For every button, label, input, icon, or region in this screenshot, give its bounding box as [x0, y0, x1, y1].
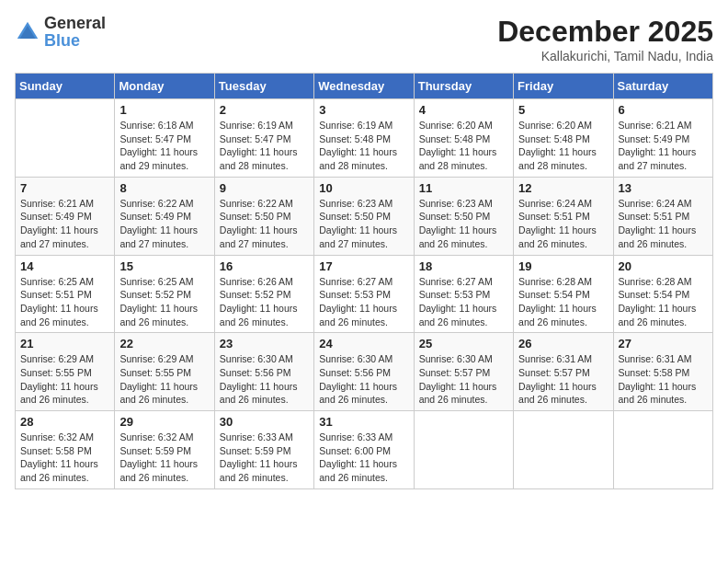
- day-number: 30: [220, 415, 309, 429]
- calendar-cell: 25Sunrise: 6:30 AM Sunset: 5:57 PM Dayli…: [414, 333, 513, 411]
- day-info: Sunrise: 6:32 AM Sunset: 5:58 PM Dayligh…: [20, 431, 109, 485]
- calendar-cell: 21Sunrise: 6:29 AM Sunset: 5:55 PM Dayli…: [16, 333, 115, 411]
- day-info: Sunrise: 6:31 AM Sunset: 5:58 PM Dayligh…: [619, 352, 708, 407]
- calendar-cell: 10Sunrise: 6:23 AM Sunset: 5:50 PM Dayli…: [314, 177, 414, 255]
- day-info: Sunrise: 6:23 AM Sunset: 5:50 PM Dayligh…: [419, 197, 508, 251]
- column-header-sunday: Sunday: [16, 74, 115, 99]
- calendar-cell: [514, 411, 613, 489]
- calendar-table: SundayMondayTuesdayWednesdayThursdayFrid…: [15, 73, 713, 489]
- day-info: Sunrise: 6:24 AM Sunset: 5:51 PM Dayligh…: [518, 197, 608, 251]
- day-info: Sunrise: 6:25 AM Sunset: 5:52 PM Dayligh…: [119, 275, 209, 329]
- page-header: General Blue December 2025 Kallakurichi,…: [15, 15, 713, 63]
- day-info: Sunrise: 6:23 AM Sunset: 5:50 PM Dayligh…: [319, 197, 408, 251]
- calendar-cell: 29Sunrise: 6:32 AM Sunset: 5:59 PM Dayli…: [115, 411, 214, 489]
- calendar-cell: 8Sunrise: 6:22 AM Sunset: 5:49 PM Daylig…: [115, 177, 214, 255]
- day-info: Sunrise: 6:27 AM Sunset: 5:53 PM Dayligh…: [419, 275, 508, 329]
- calendar-cell: 11Sunrise: 6:23 AM Sunset: 5:50 PM Dayli…: [414, 177, 513, 255]
- calendar-cell: [613, 411, 712, 489]
- day-info: Sunrise: 6:31 AM Sunset: 5:57 PM Dayligh…: [518, 352, 608, 407]
- calendar-week-row: 21Sunrise: 6:29 AM Sunset: 5:55 PM Dayli…: [16, 333, 713, 411]
- day-info: Sunrise: 6:18 AM Sunset: 5:47 PM Dayligh…: [119, 119, 209, 173]
- day-number: 28: [20, 415, 109, 429]
- calendar-week-row: 14Sunrise: 6:25 AM Sunset: 5:51 PM Dayli…: [16, 255, 713, 333]
- day-info: Sunrise: 6:30 AM Sunset: 5:56 PM Dayligh…: [220, 352, 309, 407]
- day-info: Sunrise: 6:28 AM Sunset: 5:54 PM Dayligh…: [518, 275, 608, 329]
- calendar-body: 1Sunrise: 6:18 AM Sunset: 5:47 PM Daylig…: [16, 99, 713, 489]
- calendar-week-row: 1Sunrise: 6:18 AM Sunset: 5:47 PM Daylig…: [16, 99, 713, 178]
- day-info: Sunrise: 6:27 AM Sunset: 5:53 PM Dayligh…: [319, 275, 408, 329]
- day-info: Sunrise: 6:25 AM Sunset: 5:51 PM Dayligh…: [20, 275, 109, 329]
- calendar-cell: 16Sunrise: 6:26 AM Sunset: 5:52 PM Dayli…: [214, 255, 313, 333]
- day-number: 12: [518, 181, 608, 195]
- calendar-cell: 17Sunrise: 6:27 AM Sunset: 5:53 PM Dayli…: [314, 255, 414, 333]
- calendar-cell: 7Sunrise: 6:21 AM Sunset: 5:49 PM Daylig…: [16, 177, 115, 255]
- calendar-cell: 28Sunrise: 6:32 AM Sunset: 5:58 PM Dayli…: [16, 411, 115, 489]
- day-info: Sunrise: 6:20 AM Sunset: 5:48 PM Dayligh…: [518, 119, 608, 173]
- column-header-friday: Friday: [514, 74, 613, 99]
- day-number: 27: [619, 337, 708, 350]
- day-number: 19: [518, 259, 608, 273]
- calendar-cell: 15Sunrise: 6:25 AM Sunset: 5:52 PM Dayli…: [115, 255, 214, 333]
- day-info: Sunrise: 6:29 AM Sunset: 5:55 PM Dayligh…: [119, 352, 209, 407]
- calendar-cell: 13Sunrise: 6:24 AM Sunset: 5:51 PM Dayli…: [613, 177, 712, 255]
- day-number: 26: [518, 337, 608, 350]
- day-number: 13: [619, 181, 708, 195]
- calendar-cell: 31Sunrise: 6:33 AM Sunset: 6:00 PM Dayli…: [314, 411, 414, 489]
- logo: General Blue: [15, 15, 106, 50]
- calendar-cell: 6Sunrise: 6:21 AM Sunset: 5:49 PM Daylig…: [613, 99, 712, 178]
- day-info: Sunrise: 6:22 AM Sunset: 5:49 PM Dayligh…: [119, 197, 209, 251]
- day-number: 31: [319, 415, 408, 429]
- day-info: Sunrise: 6:20 AM Sunset: 5:48 PM Dayligh…: [419, 119, 508, 173]
- day-info: Sunrise: 6:21 AM Sunset: 5:49 PM Dayligh…: [20, 197, 109, 251]
- day-info: Sunrise: 6:29 AM Sunset: 5:55 PM Dayligh…: [20, 352, 109, 407]
- day-number: 24: [319, 337, 408, 350]
- calendar-cell: 19Sunrise: 6:28 AM Sunset: 5:54 PM Dayli…: [514, 255, 613, 333]
- calendar-cell: 9Sunrise: 6:22 AM Sunset: 5:50 PM Daylig…: [214, 177, 313, 255]
- calendar-cell: 24Sunrise: 6:30 AM Sunset: 5:56 PM Dayli…: [314, 333, 414, 411]
- day-info: Sunrise: 6:22 AM Sunset: 5:50 PM Dayligh…: [220, 197, 309, 251]
- day-number: 16: [220, 259, 309, 273]
- day-number: 5: [518, 103, 608, 117]
- day-info: Sunrise: 6:24 AM Sunset: 5:51 PM Dayligh…: [619, 197, 708, 251]
- day-info: Sunrise: 6:26 AM Sunset: 5:52 PM Dayligh…: [220, 275, 309, 329]
- day-info: Sunrise: 6:32 AM Sunset: 5:59 PM Dayligh…: [119, 431, 209, 485]
- day-number: 22: [119, 337, 209, 350]
- column-header-tuesday: Tuesday: [214, 74, 313, 99]
- day-info: Sunrise: 6:30 AM Sunset: 5:57 PM Dayligh…: [419, 352, 508, 407]
- calendar-cell: [16, 99, 115, 178]
- calendar-cell: 1Sunrise: 6:18 AM Sunset: 5:47 PM Daylig…: [115, 99, 214, 178]
- day-number: 8: [119, 181, 209, 195]
- calendar-header-row: SundayMondayTuesdayWednesdayThursdayFrid…: [16, 74, 713, 99]
- calendar-cell: 3Sunrise: 6:19 AM Sunset: 5:48 PM Daylig…: [314, 99, 414, 178]
- day-number: 18: [419, 259, 508, 273]
- day-number: 29: [119, 415, 209, 429]
- calendar-cell: 27Sunrise: 6:31 AM Sunset: 5:58 PM Dayli…: [613, 333, 712, 411]
- calendar-cell: 23Sunrise: 6:30 AM Sunset: 5:56 PM Dayli…: [214, 333, 313, 411]
- calendar-cell: 12Sunrise: 6:24 AM Sunset: 5:51 PM Dayli…: [514, 177, 613, 255]
- calendar-cell: 20Sunrise: 6:28 AM Sunset: 5:54 PM Dayli…: [613, 255, 712, 333]
- day-number: 17: [319, 259, 408, 273]
- calendar-cell: 30Sunrise: 6:33 AM Sunset: 5:59 PM Dayli…: [214, 411, 313, 489]
- day-number: 11: [419, 181, 508, 195]
- calendar-cell: 4Sunrise: 6:20 AM Sunset: 5:48 PM Daylig…: [414, 99, 513, 178]
- day-info: Sunrise: 6:30 AM Sunset: 5:56 PM Dayligh…: [319, 352, 408, 407]
- day-number: 3: [319, 103, 408, 117]
- calendar-week-row: 28Sunrise: 6:32 AM Sunset: 5:58 PM Dayli…: [16, 411, 713, 489]
- day-number: 14: [20, 259, 109, 273]
- day-number: 1: [119, 103, 209, 117]
- column-header-wednesday: Wednesday: [314, 74, 414, 99]
- day-info: Sunrise: 6:19 AM Sunset: 5:48 PM Dayligh…: [319, 119, 408, 173]
- logo-general: General: [44, 14, 106, 32]
- calendar-cell: 22Sunrise: 6:29 AM Sunset: 5:55 PM Dayli…: [115, 333, 214, 411]
- day-info: Sunrise: 6:33 AM Sunset: 6:00 PM Dayligh…: [319, 431, 408, 485]
- location: Kallakurichi, Tamil Nadu, India: [497, 49, 713, 63]
- calendar-week-row: 7Sunrise: 6:21 AM Sunset: 5:49 PM Daylig…: [16, 177, 713, 255]
- day-number: 25: [419, 337, 508, 350]
- day-number: 20: [619, 259, 708, 273]
- calendar-cell: 2Sunrise: 6:19 AM Sunset: 5:47 PM Daylig…: [214, 99, 313, 178]
- day-info: Sunrise: 6:21 AM Sunset: 5:49 PM Dayligh…: [619, 119, 708, 173]
- title-block: December 2025 Kallakurichi, Tamil Nadu, …: [497, 15, 713, 63]
- month-title: December 2025: [497, 15, 713, 49]
- day-number: 10: [319, 181, 408, 195]
- calendar-cell: 18Sunrise: 6:27 AM Sunset: 5:53 PM Dayli…: [414, 255, 513, 333]
